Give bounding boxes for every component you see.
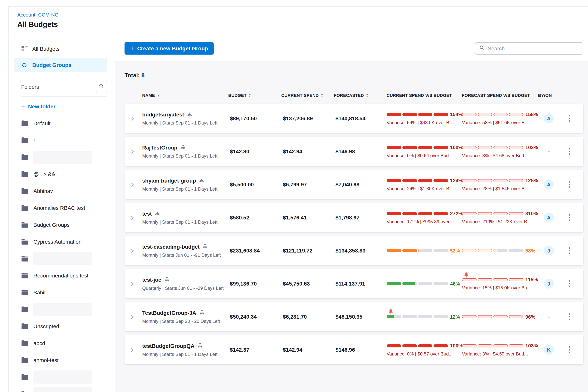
folder-icon [21,256,28,262]
budget-group-name: test [142,210,152,216]
forecast-bar [462,146,524,149]
folder-item[interactable]: Default [9,115,115,132]
create-budget-group-button[interactable]: + Create a new Budget Group [124,42,214,54]
folder-item[interactable]: anmol-test [9,352,115,368]
chevron-right-icon[interactable] [130,281,142,286]
budget-alert-bell-icon [388,309,394,316]
folder-list: Default!@ . > &&AbhinavAnomalies RBAC te… [9,115,115,392]
by-on-cell: J [538,279,560,288]
new-folder-button[interactable]: + New folder [21,102,115,110]
current-percentage: 12% [450,314,460,320]
folder-label: Default [34,120,50,126]
current-variance-text: Variance: 54% | $48.0K over B... [386,120,462,125]
hierarchy-icon [155,210,160,216]
sidebar-item-all-budgets[interactable]: All Budgets [14,42,107,56]
folder-item[interactable]: ! [9,132,115,149]
forecasted-value: $7,040.98 [334,182,386,188]
folder-item[interactable]: Sahil [9,284,115,301]
budget-group-row[interactable]: TestBudgetGroup-JA Monthly | Starts Sep … [124,302,584,331]
folder-item[interactable]: @ . > && [9,166,115,182]
row-menu-button[interactable] [565,344,574,356]
chevron-right-icon[interactable] [130,347,142,352]
row-menu-button[interactable] [565,112,574,124]
chevron-right-icon[interactable] [130,314,142,319]
current-variance-text: Variance: 24% | $1.30K over B... [386,186,462,192]
account-breadcrumb-link[interactable]: Account: CCM-NG [17,12,58,18]
folder-icon [21,222,28,228]
budget-group-row[interactable]: shyam-budget-group Monthly | Starts Sep … [124,170,584,199]
redacted-folder-label [34,303,92,316]
current-percentage: 124% [450,178,463,183]
folder-item[interactable] [9,149,115,166]
chevron-right-icon[interactable] [130,116,142,121]
column-header-current-spend[interactable]: CURRENT SPEND▲▼ [281,93,334,98]
budget-group-row[interactable]: RajTestGroup Monthly | Starts Sep 01 - 1… [124,137,584,166]
forecasted-value: $140,818.54 [334,115,386,122]
folder-item[interactable] [9,301,115,318]
row-menu-button[interactable] [565,245,574,256]
chevron-right-icon[interactable] [130,215,142,220]
folder-item[interactable]: Unscripted [9,318,115,335]
folder-search-button[interactable] [96,81,107,92]
row-menu-button[interactable] [565,278,574,290]
budget-value: $50,240.34 [228,314,281,320]
hierarchy-icon [199,310,204,316]
forecast-spend-vs-budget-cell: 128%Variance: 28% | $1.54K over B... [462,170,538,199]
search-icon [479,45,484,52]
column-header-budget[interactable]: BUDGET▲▼ [228,93,281,98]
forecast-percentage: 103% [525,144,538,150]
column-label: BY/ON [538,93,552,98]
budget-group-row[interactable]: test Monthly | Starts Sep 01 - 1 Days Le… [124,203,584,232]
column-header-name[interactable]: NAME▼ [142,93,228,98]
column-label: FORECASTED [334,93,364,98]
forecast-spend-vs-budget-cell: 103%Variance: 3% | $4.68 over Bud... [462,137,538,166]
row-menu-button[interactable] [565,311,574,322]
hierarchy-icon [164,276,170,283]
budget-schedule: Monthly | Starts Sep 01 - 1 Days Left [142,153,228,158]
budget-group-row[interactable]: testBudgetGroupQA Monthly | Starts Sep 0… [124,335,584,364]
folder-item[interactable] [9,368,115,386]
budget-group-row[interactable]: test-joe Quarterly | Starts Jun 01 - -29… [124,269,584,298]
folder-item[interactable] [9,250,115,267]
main-content: + Create a new Budget Group Search Total… [115,35,588,392]
sidebar: All Budgets Budget Groups Folders + New … [9,35,115,392]
sidebar-item-label: Budget Groups [32,62,72,68]
folder-item[interactable]: Anomalies RBAC test [9,200,115,216]
sidebar-item-budget-groups[interactable]: Budget Groups [14,58,107,72]
forecast-bar [462,179,524,182]
row-menu-button[interactable] [565,146,574,157]
chevron-right-icon[interactable] [130,149,142,154]
chevron-right-icon[interactable] [130,248,142,253]
folder-item[interactable]: Recommendations test [9,267,115,284]
name-cell: test Monthly | Starts Sep 01 - 1 Days Le… [142,210,228,225]
folder-icon [21,137,28,143]
current-spend-vs-budget-cell: 272%Variance: 172% | $995.89 over... [386,203,462,232]
search-input[interactable]: Search [475,42,584,54]
budget-group-name: budgetsuryatest [142,111,184,118]
folder-icon [21,323,28,329]
row-menu-button[interactable] [565,179,574,190]
by-on-dash: - [548,148,550,154]
folder-item[interactable]: Budget Groups [9,216,115,233]
column-header-forecasted[interactable]: FORECASTED▲▼ [334,93,386,98]
budget-group-row[interactable]: budgetsuryatest Monthly | Starts Sep 01 … [124,104,584,133]
folder-item[interactable]: abcd [9,335,115,352]
budget-group-row[interactable]: test-cascading-budget Monthly | Starts J… [124,236,584,265]
folder-item[interactable]: Abhinav [9,182,115,200]
total-count: Total: 8 [124,72,584,78]
grid-icon [21,45,28,52]
forecast-variance-text: Variance: 3% | $4.59 over Bud... [462,351,538,357]
forecast-percentage: 96% [525,314,535,320]
folder-item[interactable]: Cypress Automation [9,233,115,250]
current-percentage: 154% [450,112,463,117]
folders-header: Folders [21,81,107,97]
redacted-folder-label [34,252,92,265]
sort-desc-icon: ▼ [157,94,160,97]
row-menu-button[interactable] [565,212,574,223]
forecast-percentage: 58% [525,248,535,254]
column-label: FORECAST SPEND V/S BUDGET [462,93,530,98]
forecast-percentage: 103% [525,343,538,348]
chevron-right-icon[interactable] [130,182,142,187]
current-spend-vs-budget-cell: 46% [386,269,462,298]
folder-item[interactable] [9,386,115,392]
